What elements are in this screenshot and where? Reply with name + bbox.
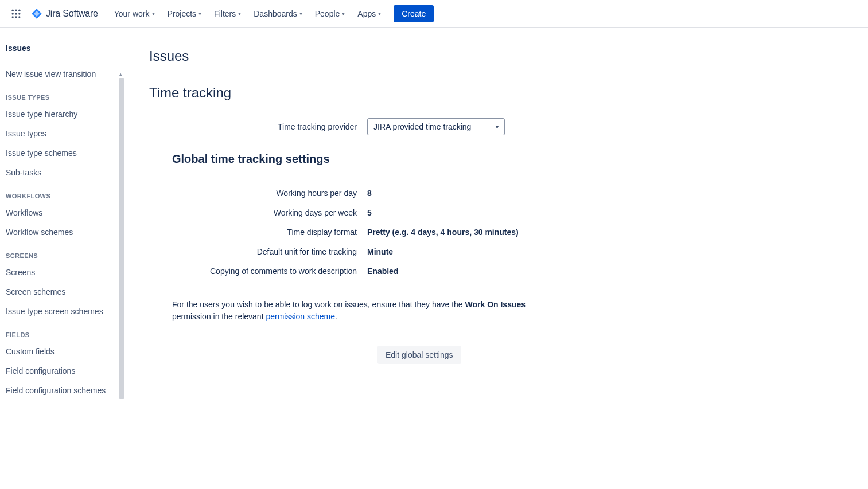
- sidebar-item-field-configurations[interactable]: Field configurations: [0, 361, 123, 381]
- sidebar-item-issue-type-screen-schemes[interactable]: Issue type screen schemes: [0, 302, 123, 321]
- nav-items: Your work ▾ Projects ▾ Filters ▾ Dashboa…: [108, 5, 434, 22]
- chevron-down-icon: ▾: [198, 10, 201, 17]
- chevron-down-icon: ▾: [152, 10, 155, 17]
- chevron-down-icon: ▾: [299, 10, 302, 17]
- label-provider: Time tracking provider: [149, 122, 367, 131]
- sidebar-item-screen-schemes[interactable]: Screen schemes: [0, 282, 123, 302]
- svg-point-8: [18, 16, 20, 18]
- sidebar-item-workflows[interactable]: Workflows: [0, 203, 123, 222]
- chevron-down-icon: ▾: [238, 10, 241, 17]
- sidebar-heading-screens: SCREENS: [0, 242, 123, 263]
- nav-people[interactable]: People ▾: [309, 6, 351, 22]
- sidebar-item-screens[interactable]: Screens: [0, 263, 123, 282]
- sidebar-item-new-issue-view[interactable]: New issue view transition: [0, 64, 123, 84]
- row-display-format: Time display format Pretty (e.g. 4 days,…: [149, 228, 845, 237]
- sidebar-item-issue-type-schemes[interactable]: Issue type schemes: [0, 143, 123, 163]
- scroll-up-arrow-icon[interactable]: ▴: [119, 71, 122, 77]
- svg-point-4: [15, 13, 17, 14]
- jira-logo[interactable]: Jira Software: [28, 8, 102, 19]
- sidebar-item-issue-types[interactable]: Issue types: [0, 124, 123, 143]
- note-text-post: .: [335, 312, 337, 321]
- sidebar-item-workflow-schemes[interactable]: Workflow schemes: [0, 222, 123, 242]
- label-days-per-week: Working days per week: [149, 208, 367, 217]
- value-default-unit: Minute: [367, 247, 393, 256]
- select-time-tracking-provider[interactable]: JIRA provided time tracking ▾: [367, 118, 505, 135]
- select-value: JIRA provided time tracking: [373, 122, 471, 131]
- sidebar-heading-issue-types: ISSUE TYPES: [0, 84, 123, 104]
- sidebar-heading-fields: FIELDS: [0, 321, 123, 342]
- svg-point-7: [15, 16, 17, 18]
- nav-label: Filters: [214, 9, 236, 18]
- permission-note: For the users you wish to be able to log…: [149, 299, 556, 323]
- svg-point-6: [12, 16, 14, 18]
- svg-point-0: [12, 9, 14, 11]
- nav-label: Your work: [114, 9, 150, 18]
- nav-label: Apps: [357, 9, 376, 18]
- value-copy-comments: Enabled: [367, 267, 398, 276]
- svg-point-5: [18, 13, 20, 14]
- nav-projects[interactable]: Projects ▾: [162, 6, 208, 22]
- svg-point-3: [12, 13, 14, 14]
- sidebar-item-custom-fields[interactable]: Custom fields: [0, 342, 123, 361]
- label-hours-per-day: Working hours per day: [149, 189, 367, 198]
- row-copy-comments: Copying of comments to work description …: [149, 267, 845, 276]
- main-content: Issues Time tracking Time tracking provi…: [126, 28, 868, 489]
- row-days-per-week: Working days per week 5: [149, 208, 845, 217]
- sidebar: Issues New issue view transition ISSUE T…: [0, 28, 126, 489]
- edit-global-settings-button[interactable]: Edit global settings: [377, 346, 461, 364]
- nav-your-work[interactable]: Your work ▾: [108, 6, 161, 22]
- sidebar-title: Issues: [0, 44, 123, 64]
- chevron-down-icon: ▾: [378, 10, 381, 17]
- nav-dashboards[interactable]: Dashboards ▾: [248, 6, 308, 22]
- sidebar-scrollbar[interactable]: ▴: [118, 78, 126, 489]
- sidebar-item-issue-type-hierarchy[interactable]: Issue type hierarchy: [0, 104, 123, 124]
- label-copy-comments: Copying of comments to work description: [149, 267, 367, 276]
- nav-label: Projects: [168, 9, 197, 18]
- app-switcher-icon[interactable]: [7, 5, 25, 23]
- jira-logo-text: Jira Software: [46, 9, 98, 19]
- label-default-unit: Default unit for time tracking: [149, 247, 367, 256]
- row-default-unit: Default unit for time tracking Minute: [149, 247, 845, 256]
- note-strong: Work On Issues: [465, 300, 526, 309]
- svg-point-1: [15, 9, 17, 11]
- caret-down-icon: ▾: [496, 124, 499, 130]
- link-permission-scheme[interactable]: permission scheme: [266, 312, 335, 321]
- value-hours-per-day: 8: [367, 189, 372, 198]
- label-display-format: Time display format: [149, 228, 367, 237]
- note-text-mid: permission in the relevant: [172, 312, 266, 321]
- section-title-time-tracking: Time tracking: [149, 85, 845, 101]
- svg-point-2: [18, 9, 20, 11]
- chevron-down-icon: ▾: [342, 10, 345, 17]
- row-provider: Time tracking provider JIRA provided tim…: [149, 118, 845, 135]
- nav-apps[interactable]: Apps ▾: [352, 6, 387, 22]
- top-nav: Jira Software Your work ▾ Projects ▾ Fil…: [0, 0, 868, 28]
- note-text-pre: For the users you wish to be able to log…: [172, 300, 465, 309]
- page-title: Issues: [149, 48, 845, 64]
- sidebar-scroll-thumb[interactable]: [119, 78, 124, 399]
- subheading-global-settings: Global time tracking settings: [172, 152, 845, 166]
- row-hours-per-day: Working hours per day 8: [149, 189, 845, 198]
- sidebar-heading-workflows: WORKFLOWS: [0, 182, 123, 203]
- sidebar-item-sub-tasks[interactable]: Sub-tasks: [0, 163, 123, 182]
- value-days-per-week: 5: [367, 208, 372, 217]
- sidebar-item-field-configuration-schemes[interactable]: Field configuration schemes: [0, 381, 123, 400]
- jira-logo-icon: [31, 8, 42, 19]
- create-button[interactable]: Create: [394, 5, 434, 22]
- value-display-format: Pretty (e.g. 4 days, 4 hours, 30 minutes…: [367, 228, 519, 237]
- nav-label: People: [315, 9, 340, 18]
- nav-label: Dashboards: [254, 9, 297, 18]
- nav-filters[interactable]: Filters ▾: [208, 6, 247, 22]
